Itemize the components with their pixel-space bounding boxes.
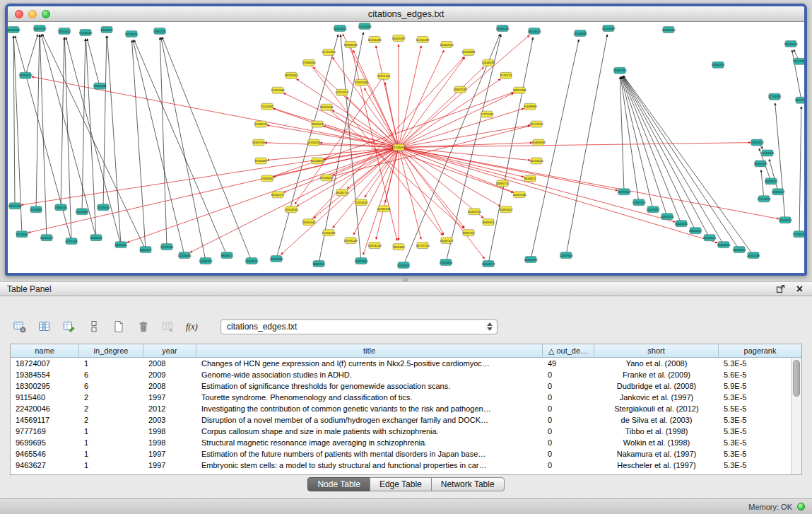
table-cell[interactable]: 2 — [79, 403, 143, 414]
graph-edge[interactable] — [399, 148, 530, 160]
graph-edge[interactable] — [792, 50, 801, 100]
table-cell[interactable]: 1997 — [143, 392, 196, 403]
table-cell[interactable]: 1997 — [143, 448, 196, 460]
graph-edge[interactable] — [309, 63, 442, 235]
table-cell[interactable]: Tourette syndrome. Phenomenology and cla… — [196, 392, 543, 403]
column-header-pagerank[interactable]: pagerank — [719, 344, 801, 357]
table-cell[interactable]: Estimation of significance thresholds fo… — [196, 380, 543, 392]
table-cell[interactable]: 0 — [543, 380, 594, 392]
table-cell[interactable]: 1 — [79, 448, 143, 460]
column-header-title[interactable]: title — [196, 344, 543, 357]
table-cell[interactable]: 2 — [79, 392, 143, 403]
table-cell[interactable]: 0 — [543, 414, 594, 426]
table-cell[interactable]: 18724007 — [11, 358, 79, 369]
network-view-window[interactable]: citations_edges.txt 18724007160419971225… — [5, 4, 807, 276]
graph-edge[interactable] — [319, 33, 363, 264]
graph-edge[interactable] — [25, 35, 37, 76]
graph-edge[interactable] — [162, 37, 252, 261]
network-graph[interactable]: 1872400716041997122544391880630415722093… — [8, 23, 804, 273]
graph-edge[interactable] — [41, 35, 96, 238]
table-cell[interactable]: 0 — [543, 448, 594, 460]
table-cell[interactable]: 0 — [543, 460, 594, 471]
table-cell[interactable]: Investigating the contribution of common… — [196, 403, 543, 414]
table-cell[interactable]: 18300295 — [11, 380, 79, 392]
table-cell[interactable]: 2008 — [143, 358, 196, 369]
graph-edge[interactable] — [399, 148, 779, 219]
graph-edge[interactable] — [134, 40, 227, 255]
table-cell[interactable]: 6 — [79, 369, 143, 380]
table-cell[interactable]: 5.3E-5 — [719, 426, 791, 437]
show-columns-icon[interactable] — [35, 317, 54, 336]
table-cell[interactable]: 1998 — [143, 437, 196, 448]
graph-edge[interactable] — [761, 170, 764, 199]
table-cell[interactable]: Disruption of a novel member of a sodium… — [196, 414, 543, 426]
table-cell[interactable]: 0 — [543, 369, 594, 380]
graph-edge[interactable] — [161, 37, 206, 261]
graph-edge[interactable] — [103, 36, 107, 207]
column-header-name[interactable]: name — [11, 344, 79, 357]
table-cell[interactable]: 9115460 — [11, 392, 79, 403]
table-cell[interactable]: Dudbridge et al. (2008) — [594, 380, 719, 392]
graph-edge[interactable] — [353, 50, 399, 147]
graph-edge[interactable] — [799, 107, 801, 234]
table-cell[interactable]: 0 — [543, 437, 594, 448]
new-table-icon[interactable] — [109, 317, 129, 336]
graph-edge[interactable] — [273, 108, 399, 147]
table-scrollbar[interactable] — [791, 358, 801, 474]
table-cell[interactable]: Hescheler et al. (1997) — [594, 460, 719, 471]
graph-edge[interactable] — [343, 34, 399, 147]
delete-table-icon[interactable] — [134, 317, 153, 336]
function-builder-icon[interactable]: f(x) — [183, 317, 203, 336]
column-header-in_degree[interactable]: in_degree — [79, 344, 143, 357]
table-cell[interactable]: 0 — [543, 392, 594, 403]
graph-edge[interactable] — [622, 76, 681, 223]
table-cell[interactable]: 2012 — [143, 403, 196, 414]
table-cell[interactable]: 22420046 — [11, 403, 79, 414]
table-cell[interactable]: 0 — [543, 403, 594, 414]
table-source-select[interactable]: citations_edges.txt — [220, 319, 498, 334]
table-cell[interactable]: Structural magnetic resonance image aver… — [196, 437, 543, 448]
graph-edge[interactable] — [385, 83, 399, 148]
network-window-titlebar[interactable]: citations_edges.txt — [8, 6, 804, 22]
table-cell[interactable]: 1 — [79, 460, 143, 471]
table-scrollbar-thumb[interactable] — [793, 360, 800, 397]
zoom-window-button[interactable] — [42, 10, 50, 18]
column-header-out_de[interactable]: △ out_de… — [543, 344, 594, 357]
tab-network-table[interactable]: Network Table — [431, 477, 505, 491]
column-header-short[interactable]: short — [594, 344, 719, 357]
graph-edge[interactable] — [87, 39, 100, 86]
table-settings-icon[interactable] — [10, 317, 30, 336]
table-cell[interactable]: 1998 — [143, 426, 196, 437]
table-cell[interactable]: 2003 — [143, 414, 196, 426]
graph-edge[interactable] — [32, 76, 399, 147]
table-cell[interactable]: 14569117 — [11, 414, 79, 426]
table-cell[interactable]: 9699695 — [11, 437, 79, 448]
table-cell[interactable]: 5.3E-5 — [719, 358, 791, 369]
table-cell[interactable]: 9463627 — [11, 460, 79, 471]
table-cell[interactable]: Tibbo et al. (1998) — [594, 426, 719, 437]
graph-edge[interactable] — [623, 76, 724, 245]
graph-edge[interactable] — [267, 107, 514, 193]
table-cell[interactable]: Changes of HCN gene expression and I(f) … — [196, 358, 543, 369]
table-cell[interactable]: 2 — [79, 414, 143, 426]
graph-edge[interactable] — [86, 39, 96, 238]
graph-edge[interactable] — [133, 40, 184, 255]
graph-edge[interactable] — [341, 35, 361, 261]
table-cell[interactable]: 2008 — [143, 380, 196, 392]
column-header-year[interactable]: year — [143, 344, 196, 357]
table-cell[interactable]: 0 — [543, 426, 594, 437]
table-cell[interactable]: 5.3E-5 — [719, 414, 791, 426]
table-cell[interactable]: 1997 — [143, 460, 196, 471]
table-cell[interactable]: 5.9E-5 — [719, 380, 791, 392]
graph-edge[interactable] — [446, 35, 501, 262]
tab-edge-table[interactable]: Edge Table — [370, 477, 432, 491]
row-format-icon[interactable] — [84, 317, 104, 336]
network-canvas[interactable]: 1872400716041997122544391880630415722093… — [8, 23, 804, 273]
table-cell[interactable]: Corpus callosum shape and size in male p… — [196, 426, 543, 437]
minimize-window-button[interactable] — [28, 10, 37, 18]
graph-edge[interactable] — [82, 39, 86, 211]
table-cell[interactable]: Nakamura et al. (1997) — [594, 448, 719, 460]
close-window-button[interactable] — [15, 10, 23, 18]
table-cell[interactable]: 2009 — [143, 369, 196, 380]
table-cell[interactable]: 5.3E-5 — [719, 460, 791, 471]
